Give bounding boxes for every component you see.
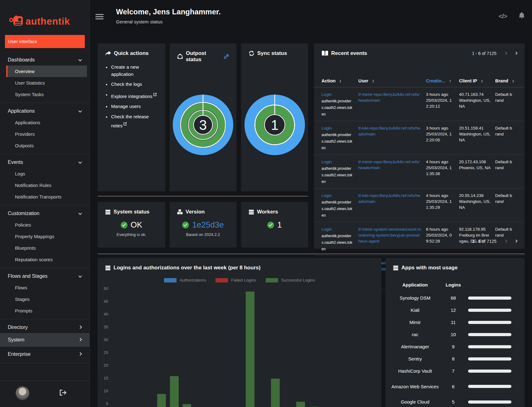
avatar[interactable] xyxy=(16,386,29,400)
sync-status-donut[interactable]: 1 xyxy=(244,94,306,157)
hamburger-menu-icon[interactable] xyxy=(95,13,104,21)
event-user-link[interactable]: tf-mimir-repo:BeryJu/k8s:ref:refs/heads/… xyxy=(358,159,420,170)
column-header[interactable]: Brand ↕ xyxy=(495,75,517,87)
event-creation-cell: 4 hours ago 25/03/2024, 11:35:38 xyxy=(426,155,459,188)
chart-bar[interactable] xyxy=(157,394,166,407)
workers-card: Workers 1 xyxy=(241,202,308,248)
usage-progress-bar xyxy=(468,309,511,312)
sidebar-item-label: Prompts xyxy=(15,308,32,313)
sidebar-group-header[interactable]: System xyxy=(0,333,89,347)
section-divider xyxy=(98,254,525,254)
link-icon[interactable] xyxy=(224,54,229,59)
sidebar-item[interactable]: Prompts xyxy=(0,305,89,316)
sidebar-group-header[interactable]: Events xyxy=(0,155,89,168)
version-value-link[interactable]: 1e25d3e xyxy=(192,220,224,230)
api-code-icon[interactable]: </> xyxy=(499,12,507,20)
sort-icon[interactable]: ↕ xyxy=(372,78,374,83)
sidebar-item[interactable]: Blueprints xyxy=(0,242,89,254)
usage-progress-bar xyxy=(468,400,511,404)
next-page-icon[interactable] xyxy=(515,239,518,243)
sync-icon xyxy=(249,51,254,56)
quick-action-link[interactable]: Explore integrations xyxy=(111,91,157,100)
event-relative-time: 4 hours ago xyxy=(426,159,455,165)
sort-icon[interactable]: ↕ xyxy=(512,78,514,83)
version-card: Version 1e25d3e Based on 2024.2.2 xyxy=(170,202,236,248)
event-user-link[interactable]: tf-mimir-repo:BeryJu/k8s:ref:refs/heads/… xyxy=(358,92,420,103)
app-usage-row[interactable]: HashiCorp Vault 7 xyxy=(385,365,525,377)
sidebar-item[interactable]: Outposts xyxy=(0,140,89,151)
event-row[interactable]: Login authentik.providers.oauth2.views.t… xyxy=(314,155,525,189)
app-usage-row[interactable]: Kiali 12 xyxy=(385,304,525,316)
app-usage-row[interactable]: Mimir 11 xyxy=(385,316,525,328)
sidebar-item[interactable]: Policies xyxy=(0,219,89,231)
usage-progress-bar xyxy=(468,370,511,373)
user-interface-button[interactable]: User interface xyxy=(5,35,85,48)
event-row[interactable]: Login authentik.providers.oauth2.views.t… xyxy=(314,121,525,155)
sidebar-item[interactable]: Reputation scores xyxy=(0,254,89,265)
event-action-link[interactable]: Login xyxy=(322,126,332,130)
sidebar-item[interactable]: System Tasks xyxy=(0,89,89,100)
sidebar-item[interactable]: Logs xyxy=(0,168,89,179)
sidebar-item[interactable]: Flows xyxy=(0,282,89,293)
event-action-link[interactable]: Login xyxy=(322,92,332,97)
chart-bar[interactable] xyxy=(246,292,254,407)
sidebar-item[interactable]: Notification Transports xyxy=(0,191,89,203)
sidebar-item[interactable]: Providers xyxy=(0,128,89,140)
sidebar-item[interactable]: Property Mappings xyxy=(0,231,89,242)
sidebar-group-header[interactable]: Customization xyxy=(0,206,89,219)
sidebar-item[interactable]: User Statistics xyxy=(0,77,89,89)
app-usage-row[interactable]: Amazon Web Services 6 xyxy=(385,377,525,396)
column-header[interactable]: User ↕ xyxy=(358,75,426,87)
sidebar-group-header[interactable]: Applications xyxy=(0,104,89,117)
sidebar-item[interactable]: Applications xyxy=(0,117,89,128)
sidebar-group-header[interactable]: Directory xyxy=(0,320,89,333)
app-login-count: 8 xyxy=(445,356,462,361)
app-usage-row[interactable]: Sentry 8 xyxy=(385,353,525,365)
event-row[interactable]: Login authentik.providers.oauth2.views.t… xyxy=(314,87,525,121)
app-usage-row[interactable]: Synology DSM 68 xyxy=(385,292,525,304)
sidebar-item[interactable]: Overview xyxy=(6,66,87,77)
event-user-link[interactable]: tf-loki-repo:BeryJu/k8s:ref:refs/heads/m… xyxy=(358,193,420,204)
event-client-ip: 20.55.14.238 xyxy=(459,193,491,199)
app-login-count: 9 xyxy=(445,344,462,349)
sidebar-item[interactable]: Notification Rules xyxy=(0,179,89,191)
prev-page-icon[interactable] xyxy=(504,51,507,55)
event-creation-cell: 4 hours ago 25/03/2024, 11:35:29 xyxy=(426,189,459,222)
next-page-icon[interactable] xyxy=(515,51,518,55)
sidebar-group-header[interactable]: Enterprise xyxy=(0,347,89,360)
sidebar-group-header[interactable]: Dashboards xyxy=(0,52,89,66)
app-logo: authentik xyxy=(0,0,89,32)
app-usage-row[interactable]: rac 10 xyxy=(385,328,525,341)
quick-action-link[interactable]: Manage users xyxy=(111,103,141,110)
outpost-status-donut[interactable]: 3 xyxy=(172,94,234,157)
column-header[interactable]: Client IP ↕ xyxy=(459,75,495,87)
sort-icon[interactable]: ↑ xyxy=(449,78,451,83)
event-geo: Washington, US, NA xyxy=(459,199,491,210)
app-usage-row[interactable]: Alertmanager 9 xyxy=(385,341,525,353)
quick-action-link[interactable]: Create a new application xyxy=(111,63,160,78)
sidebar-item[interactable]: Stages xyxy=(0,293,89,305)
event-action-link[interactable]: Login xyxy=(322,227,332,232)
event-action-link[interactable]: Login xyxy=(322,193,332,198)
column-header[interactable]: Creatio... ↑ xyxy=(426,75,459,87)
version-subtitle: Based on 2024.2.2 xyxy=(170,232,236,237)
sort-icon[interactable]: ↕ xyxy=(481,78,483,83)
event-user-link[interactable]: tf-mimir-system:serviceaccount:monitorin… xyxy=(358,227,421,243)
quick-action-link[interactable]: Check the release notes xyxy=(111,113,160,129)
chart-bar[interactable] xyxy=(296,402,305,407)
chart-bar[interactable] xyxy=(170,376,179,407)
sidebar-group-header[interactable]: Flows and Stages xyxy=(0,269,89,282)
column-header[interactable]: Action ↕ xyxy=(322,75,358,87)
app-usage-row[interactable]: Google Cloud 5 xyxy=(385,396,525,407)
notifications-bell-icon[interactable] xyxy=(518,12,525,21)
event-row[interactable]: Login authentik.providers.oauth2.views.t… xyxy=(314,189,525,222)
chart-bar[interactable] xyxy=(271,379,280,407)
event-action-link[interactable]: Login xyxy=(322,159,332,164)
event-user-link[interactable]: tf-loki-repo:BeryJu/k8s:ref:refs/heads/m… xyxy=(358,126,420,136)
prev-page-icon[interactable] xyxy=(504,239,507,243)
quick-action-link[interactable]: Check the logs xyxy=(111,81,142,88)
sort-icon[interactable]: ↕ xyxy=(339,78,341,83)
outpost-status-title: Outpost status xyxy=(186,50,218,63)
chart-bar[interactable] xyxy=(182,404,191,407)
logout-icon[interactable] xyxy=(59,389,67,397)
